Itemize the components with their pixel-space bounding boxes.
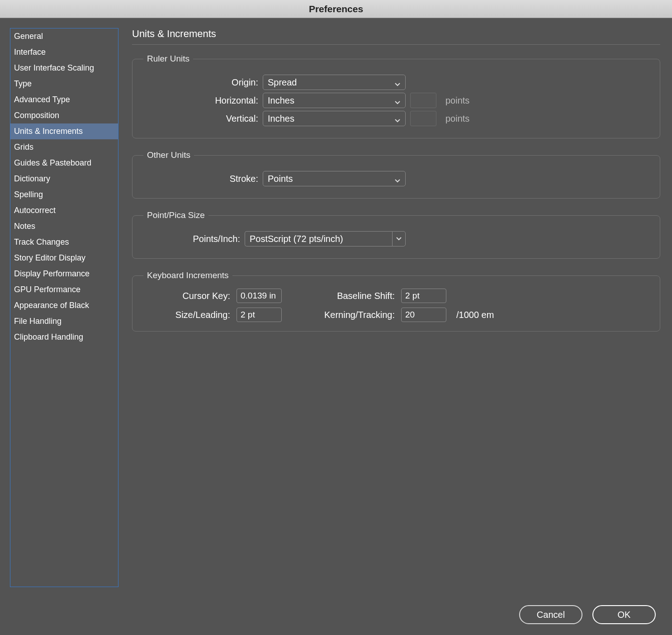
stroke-value: Points [268,174,293,184]
sidebar-item-composition[interactable]: Composition [10,108,118,123]
origin-label: Origin: [141,77,263,88]
points-inch-label: Points/Inch: [141,234,245,244]
chevron-down-icon [396,234,402,244]
horizontal-points-input[interactable] [410,93,436,108]
points-inch-select[interactable]: PostScript (72 pts/inch) [245,231,406,246]
sidebar-item-autocorrect[interactable]: Autocorrect [10,203,118,218]
page-title: Units & Increments [132,28,660,45]
kerning-tracking-suffix: /1000 em [456,310,652,320]
cancel-button[interactable]: Cancel [519,605,582,624]
vertical-select[interactable]: Inches [263,111,406,126]
points-inch-dropdown-button[interactable] [392,231,406,246]
sidebar-item-grids[interactable]: Grids [10,139,118,155]
points-inch-value: PostScript (72 pts/inch) [250,234,343,244]
sidebar-item-spelling[interactable]: Spelling [10,187,118,203]
vertical-points-suffix: points [445,114,469,124]
stroke-select[interactable]: Points [263,171,406,186]
sidebar-item-clipboard-handling[interactable]: Clipboard Handling [10,329,118,345]
sidebar-item-story-editor-display[interactable]: Story Editor Display [10,250,118,266]
sidebar-item-interface[interactable]: Interface [10,44,118,60]
sidebar-item-track-changes[interactable]: Track Changes [10,234,118,250]
sidebar-item-guides-pasteboard[interactable]: Guides & Pasteboard [10,155,118,171]
sidebar-item-notes[interactable]: Notes [10,218,118,234]
sidebar-item-display-performance[interactable]: Display Performance [10,266,118,282]
window-title: Preferences [309,4,363,14]
vertical-value: Inches [268,114,294,124]
chevron-down-icon [394,175,401,182]
horizontal-select[interactable]: Inches [263,93,406,108]
baseline-shift-input[interactable] [401,289,446,303]
point-pica-group: Point/Pica Size Points/Inch: PostScript … [132,210,660,259]
preferences-sidebar: GeneralInterfaceUser Interface ScalingTy… [10,28,118,587]
other-units-legend: Other Units [143,150,194,160]
window-titlebar: Preferences [0,0,672,18]
other-units-group: Other Units Stroke: Points [132,150,660,199]
cursor-key-input[interactable] [237,289,282,303]
horizontal-label: Horizontal: [141,95,263,106]
stroke-label: Stroke: [141,174,263,184]
kerning-tracking-label: Kerning/Tracking: [292,310,396,320]
keyboard-increments-group: Keyboard Increments Cursor Key: Baseline… [132,270,660,332]
ok-button-label: OK [618,610,631,620]
kerning-tracking-input[interactable] [401,308,446,322]
origin-select[interactable]: Spread [263,75,406,90]
dialog-button-row: Cancel OK [10,601,660,627]
sidebar-item-dictionary[interactable]: Dictionary [10,171,118,187]
preferences-main: Units & Increments Ruler Units Origin: S… [132,28,660,587]
chevron-down-icon [394,97,401,104]
sidebar-item-general[interactable]: General [10,28,118,44]
point-pica-legend: Point/Pica Size [143,210,208,220]
ruler-units-legend: Ruler Units [143,54,193,64]
sidebar-item-appearance-of-black[interactable]: Appearance of Black [10,298,118,313]
sidebar-item-user-interface-scaling[interactable]: User Interface Scaling [10,60,118,76]
keyboard-increments-legend: Keyboard Increments [143,270,232,280]
sidebar-item-advanced-type[interactable]: Advanced Type [10,92,118,108]
horizontal-points-suffix: points [445,95,469,106]
cursor-key-label: Cursor Key: [141,291,231,301]
sidebar-item-type[interactable]: Type [10,76,118,92]
baseline-shift-label: Baseline Shift: [292,291,396,301]
cancel-button-label: Cancel [537,610,565,620]
size-leading-label: Size/Leading: [141,310,231,320]
sidebar-item-units-increments[interactable]: Units & Increments [10,123,118,139]
size-leading-input[interactable] [237,308,282,322]
ok-button[interactable]: OK [592,605,656,624]
vertical-label: Vertical: [141,114,263,124]
horizontal-value: Inches [268,95,294,106]
chevron-down-icon [394,79,401,85]
sidebar-item-file-handling[interactable]: File Handling [10,313,118,329]
sidebar-item-gpu-performance[interactable]: GPU Performance [10,282,118,298]
chevron-down-icon [394,115,401,122]
ruler-units-group: Ruler Units Origin: Spread Horizontal: [132,54,660,138]
vertical-points-input[interactable] [410,111,436,126]
origin-value: Spread [268,77,297,88]
